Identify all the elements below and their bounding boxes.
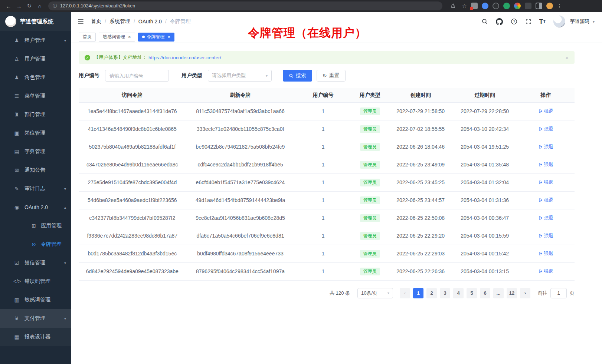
user-name[interactable]: 芋道源码 xyxy=(570,18,589,25)
page-size-select[interactable]: 10条/页 ▾ xyxy=(357,288,393,298)
user-type-select[interactable]: 请选择用户类型 ▾ xyxy=(208,70,272,82)
sidebar-item-5[interactable]: ▣岗位管理 xyxy=(0,124,71,142)
force-logout-button[interactable]: 强退 xyxy=(538,215,553,221)
breadcrumb-item-0[interactable]: 首页 xyxy=(91,18,101,25)
sidebar-item-7[interactable]: ✉通知公告 xyxy=(0,161,71,179)
pagination-page-6[interactable]: 6 xyxy=(480,288,490,298)
close-tab-icon[interactable]: × xyxy=(168,34,171,39)
search-form: 用户编号 用户类型 请选择用户类型 ▾ 搜索 ↻ 重置 xyxy=(79,70,575,82)
pagination-ellipsis[interactable]: ... xyxy=(493,288,504,298)
sidebar-item-13[interactable]: </>错误码管理 xyxy=(0,272,71,291)
pagination-prev-button[interactable]: ‹ xyxy=(400,288,410,298)
user-avatar[interactable] xyxy=(553,16,565,27)
force-logout-button[interactable]: 强退 xyxy=(538,197,553,203)
browser-home-icon[interactable]: ⌂ xyxy=(35,1,45,10)
app-logo[interactable]: 芋道管理系统 xyxy=(0,12,71,31)
browser-menu-icon[interactable]: ⋮ xyxy=(557,3,563,9)
force-logout-label: 强退 xyxy=(544,268,553,275)
alert-close-icon[interactable]: × xyxy=(565,54,569,61)
extension-icon-4[interactable] xyxy=(503,3,510,9)
force-logout-label: 强退 xyxy=(544,179,553,186)
browser-actions: ☆ ⋮ xyxy=(448,1,563,10)
force-logout-button[interactable]: 强退 xyxy=(538,250,553,257)
create-time-cell: 2022-06-25 23:44:57 xyxy=(389,191,452,209)
site-info-icon[interactable]: ⓘ xyxy=(53,3,57,9)
sidebar-item-3[interactable]: ☰菜单管理 xyxy=(0,87,71,105)
close-tab-icon[interactable]: × xyxy=(128,34,131,39)
tab-0[interactable]: 首页 xyxy=(79,33,96,42)
pagination-page-2[interactable]: 2 xyxy=(426,288,437,298)
logout-icon xyxy=(538,180,543,185)
force-logout-button[interactable]: 强退 xyxy=(538,126,553,132)
sidebar-item-9[interactable]: ◉OAuth 2.0▴ xyxy=(0,198,71,216)
action-cell: 强退 xyxy=(517,262,575,280)
user-type-cell: 管理员 xyxy=(351,209,389,227)
sidebar-item-1[interactable]: ♙用户管理 xyxy=(0,50,71,68)
font-size-icon[interactable]: TT xyxy=(539,19,546,25)
pagination-page-5[interactable]: 5 xyxy=(467,288,477,298)
force-logout-button[interactable]: 强退 xyxy=(538,232,553,239)
fullscreen-icon[interactable] xyxy=(525,19,531,25)
browser-profile-avatar[interactable] xyxy=(546,3,553,9)
goto-page-input[interactable] xyxy=(550,288,567,298)
sidebar-item-0[interactable]: ♟租户管理▾ xyxy=(0,31,71,50)
browser-back-icon[interactable]: ← xyxy=(4,1,13,10)
extension-icon-5[interactable] xyxy=(514,3,521,9)
pagination-page-1[interactable]: 1 xyxy=(413,288,423,298)
sidebar-item-2[interactable]: ♟角色管理 xyxy=(0,68,71,87)
sidebar-item-14[interactable]: ▥敏感词管理 xyxy=(0,291,71,309)
sidebar-item-6[interactable]: ▤字典管理 xyxy=(0,142,71,161)
sidebar-item-11[interactable]: ⊙令牌管理 xyxy=(0,235,71,254)
department-icon: ♜ xyxy=(13,112,20,118)
user-type-tag: 管理员 xyxy=(360,179,380,186)
user-id-cell: 1 xyxy=(295,120,351,138)
share-icon[interactable] xyxy=(448,1,458,10)
pagination-page-12[interactable]: 12 xyxy=(507,288,517,298)
table-row-8: b0d1785bc3a8482f812db4a3f3bd15ecb0df4980… xyxy=(79,245,575,262)
sidebar-item-10[interactable]: ⊞应用管理 xyxy=(0,216,71,235)
refresh-token-cell: 49d1aa46d1454fbd87591444423be9fa xyxy=(186,191,295,209)
force-logout-button[interactable]: 强退 xyxy=(538,179,553,186)
user-id-input[interactable] xyxy=(105,70,169,82)
sidebar-item-8[interactable]: ✎审计日志▾ xyxy=(0,179,71,198)
force-logout-button[interactable]: 强退 xyxy=(538,108,553,115)
force-logout-button[interactable]: 强退 xyxy=(538,161,553,168)
pagination-page-3[interactable]: 3 xyxy=(440,288,450,298)
user-type-tag: 管理员 xyxy=(360,232,380,240)
browser-reload-icon[interactable]: ↻ xyxy=(24,1,34,10)
pagination-page-4[interactable]: 4 xyxy=(453,288,464,298)
github-icon[interactable] xyxy=(496,18,503,25)
tab-2[interactable]: 令牌管理× xyxy=(138,33,175,42)
extension-icon-1[interactable] xyxy=(471,3,478,9)
extension-icon-6[interactable] xyxy=(525,3,531,9)
bookmark-star-icon[interactable]: ☆ xyxy=(462,3,467,9)
sidebar-item-15[interactable]: ¥支付管理▾ xyxy=(0,309,71,328)
column-header: 用户编号 xyxy=(295,88,351,102)
doc-link[interactable]: https://doc.iocoder.cn/user-center/ xyxy=(148,55,221,60)
sidebar-item-16[interactable]: ▦报表设计器 xyxy=(0,328,71,346)
help-icon[interactable]: ? xyxy=(511,18,517,25)
force-logout-button[interactable]: 强退 xyxy=(538,143,553,150)
extension-icon-3[interactable] xyxy=(493,3,499,9)
force-logout-button[interactable]: 强退 xyxy=(538,268,553,275)
create-time-cell: 2022-07-29 21:58:50 xyxy=(389,102,452,120)
sidebar-item-12[interactable]: ☑短信管理▾ xyxy=(0,254,71,272)
side-panel-icon[interactable] xyxy=(536,3,542,9)
user-type-cell: 管理员 xyxy=(351,102,389,120)
tab-1[interactable]: 敏感词管理× xyxy=(99,33,135,42)
reset-button[interactable]: ↻ 重置 xyxy=(317,70,346,82)
breadcrumb-item-2[interactable]: OAuth 2.0 xyxy=(138,19,162,24)
extension-icon-2[interactable] xyxy=(482,3,488,9)
browser-address-bar[interactable]: ⓘ 127.0.0.1:1024/system/oauth2/token xyxy=(48,1,442,10)
sidebar-item-4[interactable]: ♜部门管理 xyxy=(0,105,71,124)
pagination-next-button[interactable]: › xyxy=(520,288,530,298)
search-button[interactable]: 搜索 xyxy=(283,70,312,82)
breadcrumb-item-1[interactable]: 系统管理 xyxy=(109,18,130,25)
refresh-token-cell: e6cfd40eb1f54571a31e775e039c4624 xyxy=(186,173,295,191)
logout-icon xyxy=(538,269,543,274)
search-icon[interactable] xyxy=(481,18,488,25)
browser-forward-icon[interactable]: → xyxy=(14,1,24,10)
access-token-cell: f9336e7c7dd242a283ee98dc86b17a87 xyxy=(79,227,186,245)
token-icon: ⊙ xyxy=(30,241,37,247)
menu-fold-icon[interactable] xyxy=(77,18,84,25)
